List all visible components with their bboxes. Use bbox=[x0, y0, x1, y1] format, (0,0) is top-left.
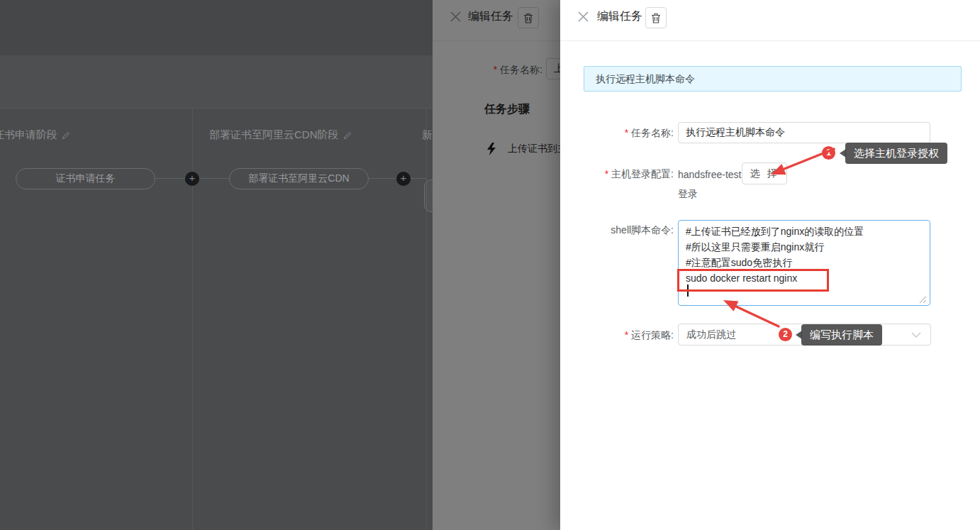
trash-icon bbox=[651, 13, 661, 23]
annotation-step1-tooltip: 选择主机登录授权 bbox=[845, 143, 947, 164]
annotation-step1-badge: 1 bbox=[822, 146, 835, 160]
resize-handle-icon[interactable] bbox=[919, 296, 927, 304]
add-stage-button: + bbox=[396, 172, 411, 186]
edit-pencil-icon bbox=[62, 131, 70, 140]
highlight-rectangle bbox=[677, 269, 829, 292]
close-icon[interactable] bbox=[578, 11, 589, 22]
chevron-down-icon bbox=[911, 332, 921, 338]
annotation-step2-badge: 2 bbox=[779, 328, 792, 341]
host-login-value: handsfree-test bbox=[678, 167, 742, 182]
shell-script-textarea[interactable]: #上传证书已经放到了nginx的读取的位置 #所以这里只需要重启nginx就行 … bbox=[678, 220, 930, 306]
task-name-label: *任务名称: bbox=[560, 122, 674, 143]
required-mark: * bbox=[625, 329, 628, 341]
add-stage-button: + bbox=[185, 172, 199, 186]
delete-task-button[interactable] bbox=[645, 7, 667, 28]
host-login-value-wrap: 登录 bbox=[678, 186, 698, 201]
plus-icon: + bbox=[189, 172, 196, 184]
host-login-label: *主机登录配置: bbox=[560, 163, 674, 184]
run-policy-value: 成功后跳过 bbox=[686, 324, 736, 345]
pipeline-connector bbox=[369, 178, 397, 179]
edit-pencil-icon bbox=[343, 131, 352, 140]
choose-host-button[interactable]: 选 择 bbox=[742, 162, 787, 184]
edit-task-drawer: 编辑任务 执行远程主机脚本命令 *任务名称: *主机登录配置: handsfre… bbox=[560, 0, 980, 530]
stage-title-cert-request: 证书申请阶段 bbox=[0, 128, 70, 142]
pipeline-connector bbox=[199, 178, 229, 179]
pipeline-connector bbox=[410, 178, 426, 179]
stage-title-deploy-cdn: 部署证书至阿里云CDN阶段 bbox=[209, 128, 352, 142]
drawer-header-divider bbox=[560, 40, 980, 41]
plus-icon: + bbox=[401, 172, 407, 184]
required-mark: * bbox=[605, 168, 608, 180]
task-type-info-alert: 执行远程主机脚本命令 bbox=[584, 66, 962, 92]
task-pill-cert-request: 证书申请任务 bbox=[16, 168, 155, 189]
required-mark: * bbox=[625, 127, 628, 138]
annotation-step2-tooltip: 编写执行脚本 bbox=[801, 324, 882, 346]
run-policy-label: *运行策略: bbox=[560, 324, 674, 346]
task-name-input[interactable] bbox=[678, 122, 930, 143]
pipeline-connector bbox=[155, 178, 186, 179]
task-pill-deploy-cdn: 部署证书至阿里云CDN bbox=[229, 168, 369, 189]
drawer-title: 编辑任务 bbox=[597, 9, 642, 24]
shell-script-label: shell脚本命令: bbox=[560, 221, 674, 239]
stage-divider bbox=[426, 108, 427, 530]
